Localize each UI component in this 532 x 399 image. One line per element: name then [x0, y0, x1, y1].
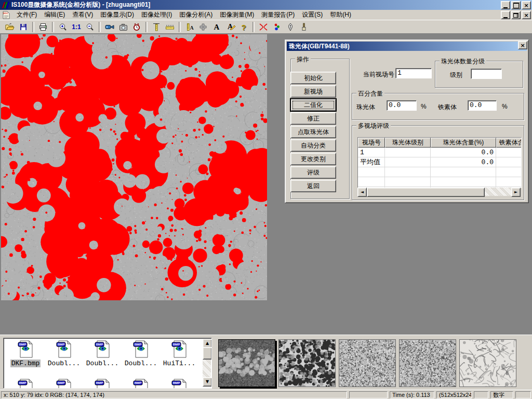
scrollbar-thumb[interactable] — [367, 188, 485, 197]
maximize-button[interactable] — [511, 1, 521, 9]
new-field-button[interactable]: 新视场 — [290, 85, 336, 98]
minimize-button[interactable] — [501, 1, 510, 9]
col-header-ferrite-content[interactable]: 铁素体含量(%) — [496, 138, 522, 148]
svg-text:BMP: BMP — [135, 342, 142, 346]
image-dimensions-pane: (512x512x24) — [436, 391, 472, 398]
init-button[interactable]: 初始化 — [290, 72, 336, 84]
file-item[interactable]: BMP — [122, 379, 159, 389]
file-item[interactable]: BMP — [7, 379, 44, 389]
scroll-right-button[interactable]: ► — [511, 188, 521, 197]
file-list-scrollbar[interactable]: ▲ ▼ — [203, 339, 211, 387]
thumbnail-4[interactable] — [399, 339, 456, 387]
actual-size-button[interactable]: 1:1 — [70, 21, 83, 33]
edit-annotation-button[interactable]: A — [224, 21, 236, 33]
menu-item-settings[interactable]: 设置(S) — [298, 10, 326, 20]
thumbnail-2[interactable] — [278, 339, 336, 387]
measure-label-button[interactable]: A — [183, 21, 196, 33]
scroll-down-button[interactable]: ▼ — [203, 377, 212, 387]
dialog-title-bar[interactable]: 珠光体(GB/T9441-88) — [287, 42, 527, 51]
file-item[interactable]: BMP — [161, 379, 198, 389]
ruler-measure-button[interactable] — [164, 21, 176, 33]
merge-button[interactable] — [197, 21, 209, 33]
pearlite-percent-input[interactable]: 0.0 — [387, 100, 417, 111]
scrollbar-thumb[interactable] — [203, 347, 212, 360]
close-button[interactable]: × — [522, 1, 531, 9]
file-item[interactable]: BMP DKF.bmp — [7, 340, 44, 367]
curve-tool-button[interactable] — [257, 21, 270, 33]
video-capture-button[interactable] — [103, 21, 116, 33]
table-row[interactable]: 1 0.0 — [358, 148, 521, 157]
brush-tool-button[interactable] — [298, 21, 310, 33]
pick-pearlite-button[interactable]: 点取珠光体 — [290, 126, 336, 138]
file-item[interactable]: BMP HuiTi... — [161, 340, 198, 367]
help-button[interactable]: ? — [237, 21, 250, 33]
file-name[interactable]: DKF.bmp — [10, 360, 41, 367]
table-row[interactable]: 平均值 0.0 — [358, 157, 521, 167]
open-button[interactable] — [4, 21, 16, 33]
caliper-icon — [152, 23, 161, 31]
mdi-restore-button[interactable] — [511, 11, 521, 19]
menu-item-report[interactable]: 测量报告(P) — [258, 10, 298, 20]
file-item[interactable]: BMP — [45, 379, 83, 389]
binarize-button[interactable]: 二值化 — [290, 99, 336, 111]
scrollbar-track[interactable] — [485, 188, 511, 196]
change-class-button[interactable]: 更改类别 — [290, 153, 336, 165]
table-row-empty — [358, 177, 521, 187]
file-name[interactable]: Doubl... — [85, 360, 119, 367]
thumbnail-5[interactable] — [459, 339, 516, 387]
file-item[interactable]: BMP Doubl... — [45, 340, 83, 367]
file-item[interactable]: BMP Doubl... — [84, 340, 121, 367]
svg-text:BMP: BMP — [173, 342, 180, 346]
bmp-file-icon: BMP — [56, 379, 72, 389]
metallographic-image[interactable] — [1, 34, 267, 300]
multi-field-group-label: 多视场评级 — [356, 122, 391, 130]
mdi-minimize-button[interactable] — [501, 11, 510, 19]
col-header-pearlite-content[interactable]: 珠光体含量(%) — [431, 138, 496, 148]
menu-item-view[interactable]: 查看(V) — [69, 10, 97, 20]
timer-button[interactable] — [130, 21, 143, 33]
col-header-field[interactable]: 视场号 — [358, 138, 385, 148]
menu-item-image-measure[interactable]: 图像测量(M) — [216, 10, 258, 20]
svg-text:BMP: BMP — [58, 381, 65, 384]
menu-item-image-analysis[interactable]: 图像分析(A) — [176, 10, 216, 20]
thumbnail-3[interactable] — [339, 339, 396, 387]
dialog-close-button[interactable]: × — [518, 41, 527, 49]
menu-item-image-display[interactable]: 图像显示(D) — [97, 10, 138, 20]
file-name[interactable]: Doubl... — [124, 360, 158, 367]
zoom-in-button[interactable] — [57, 21, 69, 33]
caliper-text-icon: A — [185, 23, 194, 31]
caliper-measure-button[interactable] — [150, 21, 163, 33]
mdi-close-button[interactable]: × — [522, 11, 531, 19]
toolbar: 1:1 — [0, 20, 532, 34]
thumbnail-1[interactable] — [218, 339, 275, 387]
file-item[interactable]: BMP — [84, 379, 121, 389]
menu-item-edit[interactable]: 编辑(E) — [41, 10, 69, 20]
phase-analysis-button[interactable] — [271, 21, 283, 33]
file-list[interactable]: BMP DKF.bmp BMP Doubl... — [3, 338, 212, 389]
ruler-icon — [165, 23, 175, 31]
print-button[interactable] — [37, 21, 49, 33]
menu-item-help[interactable]: 帮助(H) — [326, 10, 355, 20]
menu-item-file[interactable]: 文件(F) — [13, 10, 41, 20]
grade-button[interactable]: 评级 — [290, 166, 336, 179]
col-header-pearlite-level[interactable]: 珠光体级别 — [385, 138, 431, 148]
auto-classify-button[interactable]: 自动分类 — [290, 139, 336, 152]
text-annotation-button[interactable]: A — [210, 21, 223, 33]
application-window: IS100显微摄像系统(金相分析版) - [zhuguangti01] × DO… — [0, 0, 532, 399]
zoom-out-button[interactable] — [84, 21, 96, 33]
file-item[interactable]: BMP Doubl... — [122, 340, 159, 367]
pen-tool-button[interactable] — [284, 21, 297, 33]
snapshot-button[interactable] — [117, 21, 129, 33]
menu-item-image-processing[interactable]: 图像处理(I) — [138, 10, 176, 20]
correct-button[interactable]: 修正 — [290, 112, 336, 125]
file-name[interactable]: HuiTi... — [162, 360, 196, 367]
save-button[interactable] — [17, 21, 30, 33]
file-name[interactable]: Doubl... — [47, 360, 81, 367]
svg-text:BMP: BMP — [96, 381, 103, 384]
current-field-input[interactable]: 1 — [395, 68, 432, 78]
ferrite-percent-input[interactable]: 0.0 — [468, 100, 497, 111]
level-input[interactable] — [471, 69, 502, 79]
scroll-left-button[interactable]: ◄ — [357, 188, 367, 197]
return-button[interactable]: 返回 — [290, 180, 336, 192]
table-horizontal-scrollbar[interactable]: ◄ ► — [357, 188, 521, 196]
